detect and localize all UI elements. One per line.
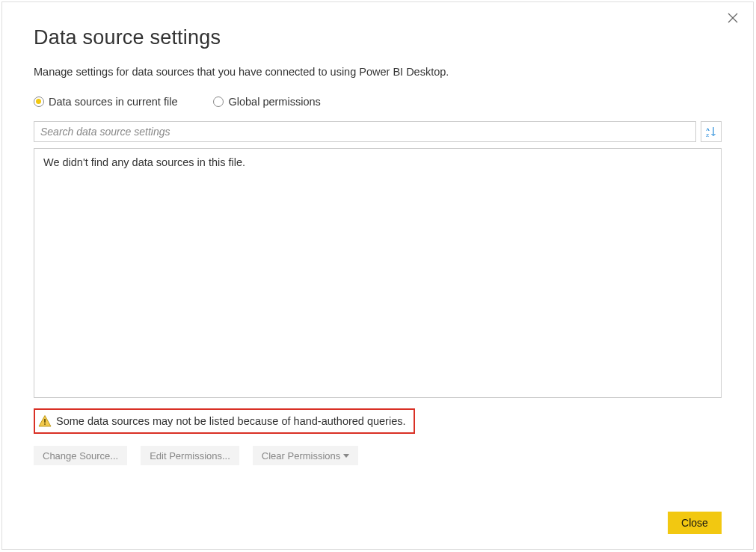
svg-text:A: A <box>706 126 710 132</box>
radio-label: Data sources in current file <box>49 96 177 108</box>
action-row: Change Source... Edit Permissions... Cle… <box>34 446 722 465</box>
button-label: Edit Permissions... <box>150 450 230 461</box>
svg-text:Z: Z <box>706 132 709 138</box>
sort-az-icon: A Z <box>705 126 717 138</box>
empty-message: We didn't find any data sources in this … <box>43 156 245 168</box>
dialog-subtitle: Manage settings for data sources that yo… <box>34 66 722 78</box>
warning-text: Some data sources may not be listed beca… <box>56 415 406 427</box>
warning-banner: Some data sources may not be listed beca… <box>34 408 415 434</box>
dialog-footer: Close <box>34 512 722 534</box>
svg-rect-7 <box>44 423 46 425</box>
scope-radio-group: Data sources in current file Global perm… <box>34 96 722 108</box>
button-label: Change Source... <box>43 450 118 461</box>
radio-label: Global permissions <box>228 96 320 108</box>
edit-permissions-button[interactable]: Edit Permissions... <box>141 446 239 465</box>
search-row: A Z <box>34 121 722 142</box>
search-input[interactable] <box>34 121 696 142</box>
radio-icon <box>34 96 44 107</box>
radio-current-file[interactable]: Data sources in current file <box>34 96 177 108</box>
data-source-settings-dialog: Data source settings Manage settings for… <box>1 1 754 550</box>
svg-rect-6 <box>44 419 46 423</box>
button-label: Clear Permissions <box>262 450 340 461</box>
button-label: Close <box>681 517 708 529</box>
sort-button[interactable]: A Z <box>701 121 722 142</box>
chevron-down-icon <box>343 454 349 458</box>
warning-icon <box>38 414 52 428</box>
radio-icon <box>213 96 224 107</box>
data-sources-list[interactable]: We didn't find any data sources in this … <box>34 148 722 398</box>
close-icon[interactable] <box>728 13 741 26</box>
close-button[interactable]: Close <box>668 512 722 534</box>
dialog-title: Data source settings <box>34 26 722 49</box>
change-source-button[interactable]: Change Source... <box>34 446 127 465</box>
clear-permissions-button[interactable]: Clear Permissions <box>253 446 358 465</box>
radio-global-permissions[interactable]: Global permissions <box>213 96 320 108</box>
